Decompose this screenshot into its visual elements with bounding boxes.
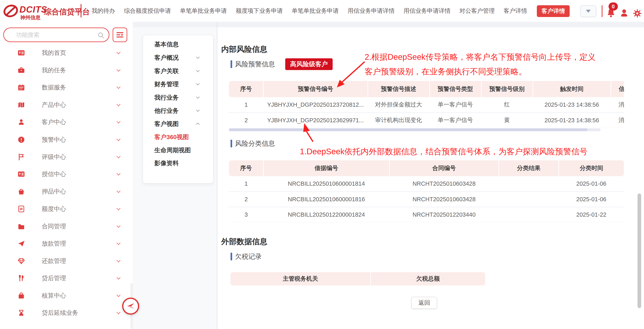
external-data-title: 外部数据信息 [221, 237, 268, 247]
sidebar-item-collateral-center[interactable]: 押品中心 [0, 187, 133, 196]
sidebar-item-label: 贷后管理 [42, 274, 66, 283]
nav-item[interactable]: 用信业务申请详情 [404, 7, 450, 15]
top-nav: 我的待办 综合额度授信申请 单笔单批业务申请 额度项下业务申请 单笔单批业务申请… [92, 0, 527, 22]
menu-toggle-button[interactable] [113, 27, 127, 42]
sidebar-item-data-service[interactable]: 数据服务 [0, 83, 133, 92]
subnav-item-image-files[interactable]: 影像资料 [143, 159, 214, 168]
table-cell: 2025-01-06 [559, 176, 624, 192]
sidebar-item-my-tasks[interactable]: 我的任务 [0, 66, 133, 75]
nav-item[interactable]: 单笔单批业务申请 [180, 7, 227, 15]
sidebar-item-product-center[interactable]: 产品中心 [0, 100, 133, 109]
chevron-down-icon [116, 171, 120, 176]
table-cell: NRCBILL2025012200001824 [263, 207, 389, 222]
column-header: 信 [611, 81, 624, 97]
subnav-item-lifecycle-view[interactable]: 生命周期视图 [143, 146, 214, 155]
sidebar-item-repayment-mgmt[interactable]: 还款管理 [0, 257, 133, 266]
table-header-row: 主管税务机关 欠税总额 [230, 272, 485, 286]
nav-item[interactable]: 单笔单批业务申请 [292, 7, 339, 15]
subnav-item-our-bank-business[interactable]: 我行业务 [143, 93, 214, 102]
table-cell: 黄 [481, 113, 533, 128]
sidebar-item-warning-center[interactable]: 预警中心 [0, 135, 133, 144]
table-header-row: 序号 借据编号 合同编号 分类结果 分类时间 [229, 160, 624, 176]
nav-item[interactable]: 综合额度授信申请 [124, 7, 171, 15]
sidebar-item-post-loan-mgmt[interactable]: 贷后管理 [0, 274, 133, 283]
nav-item[interactable]: 对公客户管理 [460, 7, 495, 15]
page-scrollbar[interactable] [638, 194, 641, 308]
sidebar-item-loan-disbursement[interactable]: 放款管理 [0, 239, 133, 248]
sidebar-item-label: 押品中心 [42, 187, 66, 196]
subnav-item-label: 我行业务 [154, 93, 179, 102]
collapse-arrow-icon [126, 302, 135, 311]
chevron-down-icon [116, 276, 120, 280]
section-bar [230, 253, 232, 260]
search-input[interactable] [16, 29, 95, 41]
svg-text:W: W [20, 207, 23, 211]
sidebar-item-credit-center[interactable]: 授信中心 [0, 170, 133, 179]
chevron-down-icon [586, 10, 591, 13]
sidebar-item-label: 客户中心 [42, 118, 66, 127]
notification-badge: 0 [608, 2, 618, 10]
sidebar-item-contract-mgmt[interactable]: 合同管理 [0, 222, 133, 231]
table-horizontal-scrollbar[interactable] [229, 128, 601, 131]
subnav-item-finance-mgmt[interactable]: 财务管理 [143, 80, 214, 89]
subnav-item-label: 客户概况 [154, 53, 179, 62]
subnav-item-basic-info[interactable]: 基本信息 [143, 40, 214, 49]
risk-warning-table: 序号 预警信号编号 预警信号描述 预警信号类型 预警信号级别 触发时间 信 1 … [229, 81, 624, 128]
search-icon [98, 32, 105, 39]
table-cell: 1 [229, 97, 263, 113]
column-header: 预警信号类型 [430, 81, 481, 97]
subnav-item-customer-360-view[interactable]: 客户360视图 [143, 133, 214, 142]
credit-card-icon [18, 170, 25, 178]
gear-icon[interactable] [632, 8, 642, 18]
section-bar [230, 140, 232, 147]
nav-item[interactable]: 我的待办 [92, 7, 115, 15]
subnav-item-customer-overview[interactable]: 客户概况 [143, 53, 214, 62]
subnav-item-label: 生命周期视图 [154, 146, 191, 155]
subnav-item-label: 客户360视图 [154, 133, 189, 142]
chevron-up-icon [196, 122, 200, 126]
column-header: 合同编号 [389, 160, 499, 176]
chevron-down-icon [116, 310, 120, 314]
sidebar-item-customer-center[interactable]: 客户中心 [0, 118, 133, 127]
scrollbar-thumb[interactable] [229, 128, 588, 131]
sidebar-item-my-home[interactable]: 我的首页 [0, 48, 133, 57]
logo-divider [81, 4, 82, 17]
sidebar-item-loan-renewal[interactable]: 贷后延续业务 [0, 308, 133, 317]
subnav-item-customer-relations[interactable]: 客户关联 [143, 67, 214, 75]
dcits-logo-icon [3, 4, 19, 18]
table-row: 2 YJBHYJXH_DGP20250123629971... 审计机构出现变化… [229, 113, 624, 128]
diamond-icon [18, 257, 25, 265]
brand-name: DCITS [20, 4, 47, 14]
nav-item[interactable]: 用信业务申请详情 [348, 7, 394, 15]
table-cell: NRCBILL2025010600001814 [263, 176, 389, 192]
user-icon[interactable] [619, 8, 629, 18]
active-tab-button[interactable]: 客户详情 [537, 5, 570, 17]
sidebar-item-quota-center[interactable]: W 额度中心 [0, 205, 133, 213]
table-cell: NRCBILL2025010600001816 [263, 192, 389, 207]
subnav-item-other-bank-business[interactable]: 他行业务 [143, 106, 214, 115]
sidebar-collapse-button[interactable] [122, 298, 139, 315]
sidebar-item-rating-center[interactable]: 评级中心 [0, 152, 133, 161]
sidebar-item-label: 预警中心 [42, 135, 66, 144]
table-cell: 单一客户信号 [430, 97, 481, 113]
table-cell: 单一客户信号 [430, 113, 481, 128]
section-label: 风险分类信息 [235, 139, 275, 148]
chevron-down-icon [196, 55, 200, 59]
sidebar-item-label: 合同管理 [42, 222, 66, 231]
sidebar-item-label: 贷后延续业务 [42, 308, 78, 317]
sidebar-item-label: 放款管理 [42, 239, 66, 248]
tab-dropdown-button[interactable] [580, 5, 596, 17]
table-row: 1 NRCBILL2025010600001814 NRCHT202501060… [229, 176, 624, 192]
nav-item[interactable]: 客户详情 [504, 7, 527, 15]
subnav-item-customer-view[interactable]: 客户视图 [143, 119, 214, 128]
section-bar [230, 60, 232, 68]
back-button[interactable]: 返回 [411, 297, 437, 309]
sidebar-item-accounting-center[interactable]: 核算中心 [0, 291, 133, 300]
chevron-down-icon [196, 108, 200, 112]
nav-item[interactable]: 额度项下业务申请 [236, 7, 283, 15]
function-search [3, 27, 110, 42]
chevron-down-icon [196, 68, 200, 72]
header-divider [602, 5, 602, 17]
column-header: 借据编号 [263, 160, 389, 176]
table-cell: YJBHYJXH_DGP20250123720812... [263, 97, 368, 113]
